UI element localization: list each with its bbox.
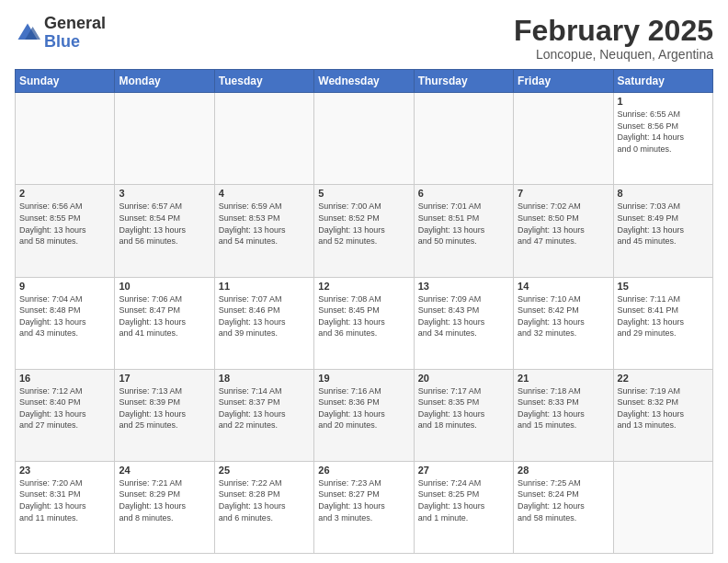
month-title: February 2025 — [514, 15, 713, 47]
logo-blue-text: Blue — [44, 33, 106, 52]
calendar-cell-w0-d4 — [414, 93, 513, 185]
day-number-7: 7 — [518, 188, 609, 199]
day-number-8: 8 — [618, 188, 709, 199]
logo-general-text: General — [44, 15, 106, 33]
col-sunday: Sunday — [16, 70, 115, 93]
day-number-5: 5 — [318, 188, 409, 199]
page: General Blue February 2025 Loncopue, Neu… — [0, 0, 728, 563]
day-number-12: 12 — [318, 281, 409, 292]
day-number-14: 14 — [518, 281, 609, 292]
logo: General Blue — [15, 15, 106, 52]
day-number-20: 20 — [418, 373, 509, 384]
day-info-3: Sunrise: 6:57 AM Sunset: 8:54 PM Dayligh… — [119, 201, 210, 247]
day-number-1: 1 — [618, 96, 709, 107]
calendar-table: Sunday Monday Tuesday Wednesday Thursday… — [15, 69, 713, 554]
calendar-cell-w2-d3: 12Sunrise: 7:08 AM Sunset: 8:45 PM Dayli… — [314, 277, 414, 369]
week-row-1: 2Sunrise: 6:56 AM Sunset: 8:55 PM Daylig… — [16, 185, 713, 277]
day-info-18: Sunrise: 7:14 AM Sunset: 8:37 PM Dayligh… — [219, 385, 310, 431]
calendar-cell-w2-d0: 9Sunrise: 7:04 AM Sunset: 8:48 PM Daylig… — [16, 277, 115, 369]
header: General Blue February 2025 Loncopue, Neu… — [15, 15, 713, 62]
calendar-cell-w1-d3: 5Sunrise: 7:00 AM Sunset: 8:52 PM Daylig… — [314, 185, 414, 277]
day-number-21: 21 — [518, 373, 609, 384]
day-number-19: 19 — [318, 373, 409, 384]
col-saturday: Saturday — [613, 70, 712, 93]
week-row-4: 23Sunrise: 7:20 AM Sunset: 8:31 PM Dayli… — [16, 461, 713, 553]
day-info-11: Sunrise: 7:07 AM Sunset: 8:46 PM Dayligh… — [219, 293, 310, 339]
col-tuesday: Tuesday — [214, 70, 313, 93]
day-number-23: 23 — [19, 465, 110, 476]
day-number-4: 4 — [219, 188, 310, 199]
day-info-14: Sunrise: 7:10 AM Sunset: 8:42 PM Dayligh… — [518, 293, 609, 339]
day-info-25: Sunrise: 7:22 AM Sunset: 8:28 PM Dayligh… — [219, 477, 310, 523]
calendar-cell-w3-d3: 19Sunrise: 7:16 AM Sunset: 8:36 PM Dayli… — [314, 369, 414, 461]
day-number-6: 6 — [418, 188, 509, 199]
calendar-cell-w3-d5: 21Sunrise: 7:18 AM Sunset: 8:33 PM Dayli… — [514, 369, 613, 461]
calendar-cell-w1-d4: 6Sunrise: 7:01 AM Sunset: 8:51 PM Daylig… — [414, 185, 513, 277]
calendar-cell-w0-d3 — [314, 93, 414, 185]
day-info-19: Sunrise: 7:16 AM Sunset: 8:36 PM Dayligh… — [318, 385, 409, 431]
calendar-cell-w4-d3: 26Sunrise: 7:23 AM Sunset: 8:27 PM Dayli… — [314, 461, 414, 553]
day-info-15: Sunrise: 7:11 AM Sunset: 8:41 PM Dayligh… — [618, 293, 709, 339]
calendar-cell-w1-d1: 3Sunrise: 6:57 AM Sunset: 8:54 PM Daylig… — [115, 185, 214, 277]
calendar-cell-w2-d5: 14Sunrise: 7:10 AM Sunset: 8:42 PM Dayli… — [514, 277, 613, 369]
day-info-10: Sunrise: 7:06 AM Sunset: 8:47 PM Dayligh… — [119, 293, 210, 339]
day-info-5: Sunrise: 7:00 AM Sunset: 8:52 PM Dayligh… — [318, 201, 409, 247]
day-number-18: 18 — [219, 373, 310, 384]
day-number-9: 9 — [19, 281, 110, 292]
calendar-cell-w1-d5: 7Sunrise: 7:02 AM Sunset: 8:50 PM Daylig… — [514, 185, 613, 277]
day-info-1: Sunrise: 6:55 AM Sunset: 8:56 PM Dayligh… — [618, 109, 709, 155]
day-info-23: Sunrise: 7:20 AM Sunset: 8:31 PM Dayligh… — [19, 477, 110, 523]
calendar-cell-w4-d5: 28Sunrise: 7:25 AM Sunset: 8:24 PM Dayli… — [514, 461, 613, 553]
day-number-26: 26 — [318, 465, 409, 476]
calendar-cell-w4-d4: 27Sunrise: 7:24 AM Sunset: 8:25 PM Dayli… — [414, 461, 513, 553]
day-info-4: Sunrise: 6:59 AM Sunset: 8:53 PM Dayligh… — [219, 201, 310, 247]
day-number-11: 11 — [219, 281, 310, 292]
col-monday: Monday — [115, 70, 214, 93]
logo-text: General Blue — [44, 15, 106, 52]
calendar-cell-w4-d0: 23Sunrise: 7:20 AM Sunset: 8:31 PM Dayli… — [16, 461, 115, 553]
day-info-28: Sunrise: 7:25 AM Sunset: 8:24 PM Dayligh… — [518, 477, 609, 523]
day-info-17: Sunrise: 7:13 AM Sunset: 8:39 PM Dayligh… — [119, 385, 210, 431]
week-row-2: 9Sunrise: 7:04 AM Sunset: 8:48 PM Daylig… — [16, 277, 713, 369]
calendar-cell-w3-d0: 16Sunrise: 7:12 AM Sunset: 8:40 PM Dayli… — [16, 369, 115, 461]
calendar-cell-w0-d6: 1Sunrise: 6:55 AM Sunset: 8:56 PM Daylig… — [613, 93, 712, 185]
calendar-cell-w2-d1: 10Sunrise: 7:06 AM Sunset: 8:47 PM Dayli… — [115, 277, 214, 369]
calendar-cell-w0-d2 — [214, 93, 313, 185]
calendar-cell-w0-d1 — [115, 93, 214, 185]
day-info-24: Sunrise: 7:21 AM Sunset: 8:29 PM Dayligh… — [119, 477, 210, 523]
title-block: February 2025 Loncopue, Neuquen, Argenti… — [514, 15, 713, 62]
day-number-15: 15 — [618, 281, 709, 292]
calendar-cell-w1-d6: 8Sunrise: 7:03 AM Sunset: 8:49 PM Daylig… — [613, 185, 712, 277]
col-friday: Friday — [514, 70, 613, 93]
calendar-header-row: Sunday Monday Tuesday Wednesday Thursday… — [16, 70, 713, 93]
location-subtitle: Loncopue, Neuquen, Argentina — [514, 47, 713, 62]
day-info-12: Sunrise: 7:08 AM Sunset: 8:45 PM Dayligh… — [318, 293, 409, 339]
day-info-6: Sunrise: 7:01 AM Sunset: 8:51 PM Dayligh… — [418, 201, 509, 247]
col-wednesday: Wednesday — [314, 70, 414, 93]
calendar-cell-w2-d6: 15Sunrise: 7:11 AM Sunset: 8:41 PM Dayli… — [613, 277, 712, 369]
calendar-cell-w2-d4: 13Sunrise: 7:09 AM Sunset: 8:43 PM Dayli… — [414, 277, 513, 369]
calendar-cell-w3-d2: 18Sunrise: 7:14 AM Sunset: 8:37 PM Dayli… — [214, 369, 313, 461]
calendar-cell-w3-d1: 17Sunrise: 7:13 AM Sunset: 8:39 PM Dayli… — [115, 369, 214, 461]
calendar-cell-w4-d1: 24Sunrise: 7:21 AM Sunset: 8:29 PM Dayli… — [115, 461, 214, 553]
calendar-cell-w3-d6: 22Sunrise: 7:19 AM Sunset: 8:32 PM Dayli… — [613, 369, 712, 461]
day-number-25: 25 — [219, 465, 310, 476]
day-number-22: 22 — [618, 373, 709, 384]
day-number-2: 2 — [19, 188, 110, 199]
day-number-27: 27 — [418, 465, 509, 476]
calendar-cell-w0-d5 — [514, 93, 613, 185]
day-info-21: Sunrise: 7:18 AM Sunset: 8:33 PM Dayligh… — [518, 385, 609, 431]
day-info-8: Sunrise: 7:03 AM Sunset: 8:49 PM Dayligh… — [618, 201, 709, 247]
day-number-10: 10 — [119, 281, 210, 292]
calendar-cell-w2-d2: 11Sunrise: 7:07 AM Sunset: 8:46 PM Dayli… — [214, 277, 313, 369]
col-thursday: Thursday — [414, 70, 513, 93]
day-info-27: Sunrise: 7:24 AM Sunset: 8:25 PM Dayligh… — [418, 477, 509, 523]
day-info-16: Sunrise: 7:12 AM Sunset: 8:40 PM Dayligh… — [19, 385, 110, 431]
day-info-9: Sunrise: 7:04 AM Sunset: 8:48 PM Dayligh… — [19, 293, 110, 339]
week-row-0: 1Sunrise: 6:55 AM Sunset: 8:56 PM Daylig… — [16, 93, 713, 185]
day-number-16: 16 — [19, 373, 110, 384]
day-info-7: Sunrise: 7:02 AM Sunset: 8:50 PM Dayligh… — [518, 201, 609, 247]
day-number-28: 28 — [518, 465, 609, 476]
day-info-2: Sunrise: 6:56 AM Sunset: 8:55 PM Dayligh… — [19, 201, 110, 247]
calendar-cell-w1-d2: 4Sunrise: 6:59 AM Sunset: 8:53 PM Daylig… — [214, 185, 313, 277]
